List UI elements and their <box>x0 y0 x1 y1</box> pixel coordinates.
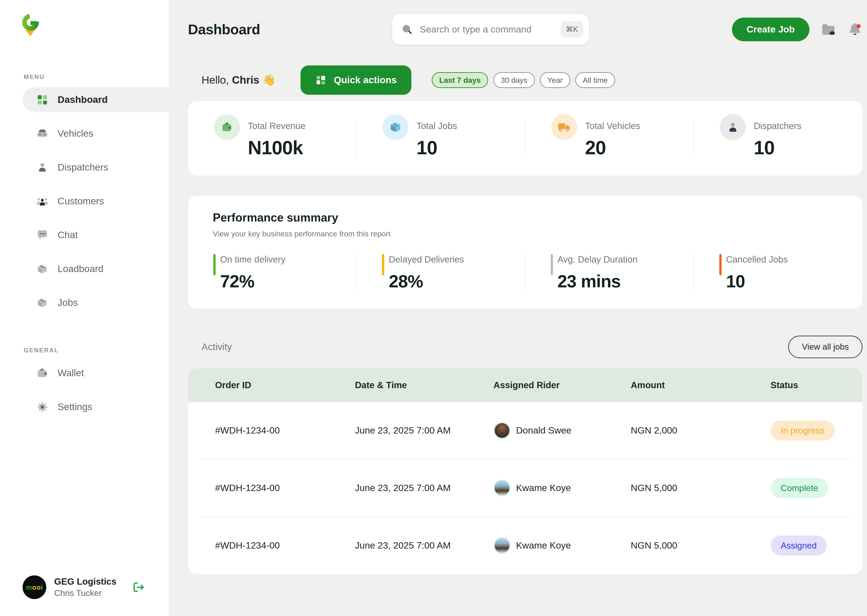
metric-value: 10 <box>726 271 862 291</box>
table-row[interactable]: #WDH-1234-00 June 23, 2025 7:00 AM Kwame… <box>188 460 863 517</box>
performance-subtitle: View your key business performance from … <box>213 229 863 238</box>
folder-icon[interactable] <box>821 22 836 37</box>
header-actions: Create Job <box>732 17 862 41</box>
rider-avatar <box>493 537 511 554</box>
column-header-date-time: Date & Time <box>355 380 493 390</box>
sidebar-section-menu: MENU <box>24 73 169 80</box>
metric-delayed-deliveries: Delayed Deliveries 28% <box>356 253 525 291</box>
stat-dispatchers: Dispatchers 10 <box>694 118 862 159</box>
sidebar-item-jobs[interactable]: Jobs <box>22 290 169 315</box>
amount-cell: NGN 5,000 <box>631 483 770 493</box>
stat-label: Dispatchers <box>754 121 801 131</box>
header: Dashboard ⌘K Create Job <box>188 13 863 46</box>
order-id-cell: #WDH-1234-00 <box>215 540 355 551</box>
sidebar: MENU Dashboard Vehicles <box>0 0 169 616</box>
metric-accent-bar <box>719 254 722 275</box>
sidebar-item-label: Loadboard <box>58 264 103 274</box>
logout-icon[interactable] <box>132 581 145 594</box>
filter-chip-year[interactable]: Year <box>540 72 570 88</box>
sidebar-item-label: Customers <box>58 196 104 207</box>
page-title: Dashboard <box>188 21 260 38</box>
quick-actions-button[interactable]: Quick actions <box>301 65 411 95</box>
table-row[interactable]: #WDH-1234-00 June 23, 2025 7:00 AM Donal… <box>188 402 863 459</box>
stat-total-revenue: Total Revenue N100k <box>188 118 357 159</box>
person-icon <box>36 161 49 174</box>
metric-accent-bar <box>382 254 384 275</box>
stat-value: 20 <box>585 137 640 159</box>
performance-summary-card: Performance summary View your key busine… <box>188 196 863 308</box>
order-id-cell: #WDH-1234-00 <box>215 425 355 436</box>
metric-accent-bar <box>213 254 216 275</box>
sidebar-item-loadboard[interactable]: Loadboard <box>22 256 169 281</box>
sidebar-item-label: Settings <box>58 401 92 412</box>
keyboard-shortcut-badge: ⌘K <box>561 21 583 38</box>
package-icon <box>36 297 49 309</box>
people-icon <box>36 195 49 207</box>
metric-cancelled-jobs: Cancelled Jobs 10 <box>694 253 862 291</box>
app-window: MENU Dashboard Vehicles <box>0 0 867 616</box>
sidebar-item-label: Chat <box>58 229 78 240</box>
column-header-amount: Amount <box>631 380 770 390</box>
company-avatar: mooi <box>22 575 46 599</box>
stat-label: Total Jobs <box>416 121 457 131</box>
create-job-button[interactable]: Create Job <box>732 17 809 41</box>
sidebar-item-wallet[interactable]: Wallet <box>22 361 169 385</box>
sidebar-item-label: Dispatchers <box>58 162 108 173</box>
stat-value: N100k <box>248 137 306 159</box>
sidebar-item-settings[interactable]: Settings <box>22 394 169 419</box>
search-bar[interactable]: ⌘K <box>392 14 589 45</box>
stat-label: Total Revenue <box>248 121 306 131</box>
rider-avatar <box>493 422 511 439</box>
activity-table: Order ID Date & Time Assigned Rider Amou… <box>188 368 863 574</box>
metric-label: Cancelled Jobs <box>726 253 862 265</box>
main-content: Dashboard ⌘K Create Job <box>169 0 867 616</box>
notification-bell-icon[interactable] <box>847 22 863 37</box>
metric-label: Delayed Deliveries <box>389 253 525 265</box>
metric-value: 28% <box>389 271 525 291</box>
stat-value: 10 <box>754 137 801 159</box>
rider-name: Donald Swee <box>516 425 571 436</box>
metric-avg-delay-duration: Avg. Delay Duration 23 mins <box>525 253 694 291</box>
sidebar-section-general: GENERAL <box>24 347 169 354</box>
status-badge: Assigned <box>771 536 827 556</box>
sidebar-item-vehicles[interactable]: Vehicles <box>22 121 169 146</box>
filter-chip-all-time[interactable]: All time <box>575 72 615 88</box>
rider-name: Kwame Koye <box>516 483 571 493</box>
sidebar-item-chat[interactable]: Chat <box>22 223 169 247</box>
activity-title: Activity <box>202 341 232 352</box>
view-all-jobs-button[interactable]: View all jobs <box>788 336 862 358</box>
dashboard-grid-icon <box>36 94 49 106</box>
date-time-cell: June 23, 2025 7:00 AM <box>355 540 493 551</box>
sidebar-item-dashboard[interactable]: Dashboard <box>22 87 169 112</box>
filter-chip-30-days[interactable]: 30 days <box>493 72 535 88</box>
sidebar-item-customers[interactable]: Customers <box>22 189 169 214</box>
revenue-wallet-icon <box>214 114 240 140</box>
dispatchers-person-icon <box>720 114 746 140</box>
stat-total-jobs: Total Jobs 10 <box>356 118 525 159</box>
order-id-cell: #WDH-1234-00 <box>215 483 355 493</box>
filter-chip-last-7-days[interactable]: Last 7 days <box>432 72 488 88</box>
search-icon <box>401 24 413 35</box>
metric-on-time-delivery: On time delivery 72% <box>188 253 357 291</box>
chat-bubble-icon <box>36 229 49 241</box>
column-header-order-id: Order ID <box>215 380 355 390</box>
gear-icon <box>36 401 49 413</box>
company-name: GEG Logistics <box>54 577 117 587</box>
stat-label: Total Vehicles <box>585 121 640 131</box>
greeting-row: Hello, Chris 👋 Quick actions Last 7 days… <box>188 65 863 95</box>
sidebar-item-label: Vehicles <box>58 128 93 139</box>
greeting-text: Hello, Chris 👋 <box>202 74 276 86</box>
package-icon <box>36 263 49 275</box>
amount-cell: NGN 2,000 <box>631 425 770 436</box>
table-row[interactable]: #WDH-1234-00 June 23, 2025 7:00 AM Kwame… <box>188 517 863 574</box>
search-input[interactable] <box>420 24 554 35</box>
user-profile[interactable]: mooi GEG Logistics Chris Tucker <box>22 575 155 599</box>
metric-value: 72% <box>220 271 356 291</box>
status-badge: Complete <box>771 478 828 498</box>
sidebar-item-dispatchers[interactable]: Dispatchers <box>22 155 169 180</box>
column-header-assigned-rider: Assigned Rider <box>493 380 631 390</box>
stat-value: 10 <box>416 137 457 159</box>
sidebar-spacer <box>0 428 169 575</box>
rider-cell: Kwame Koye <box>493 537 631 554</box>
column-header-status: Status <box>771 380 862 390</box>
